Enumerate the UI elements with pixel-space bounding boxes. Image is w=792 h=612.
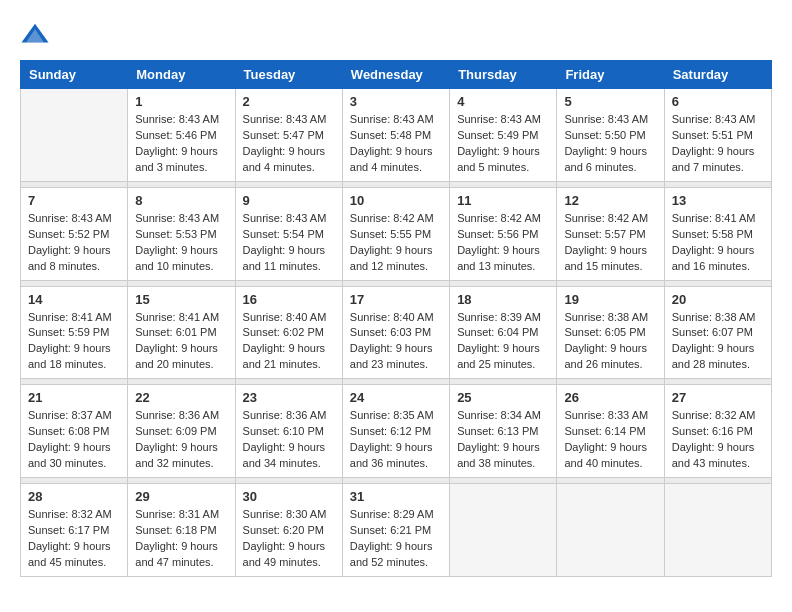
day-number: 7 [28,193,120,208]
calendar-cell: 13Sunrise: 8:41 AMSunset: 5:58 PMDayligh… [664,187,771,280]
day-number: 5 [564,94,656,109]
calendar-cell: 18Sunrise: 8:39 AMSunset: 6:04 PMDayligh… [450,286,557,379]
day-info: Sunrise: 8:41 AMSunset: 5:59 PMDaylight:… [28,310,120,374]
day-number: 26 [564,390,656,405]
day-number: 13 [672,193,764,208]
day-number: 2 [243,94,335,109]
day-info: Sunrise: 8:43 AMSunset: 5:49 PMDaylight:… [457,112,549,176]
day-info: Sunrise: 8:36 AMSunset: 6:09 PMDaylight:… [135,408,227,472]
calendar-cell: 2Sunrise: 8:43 AMSunset: 5:47 PMDaylight… [235,89,342,182]
day-info: Sunrise: 8:39 AMSunset: 6:04 PMDaylight:… [457,310,549,374]
day-number: 18 [457,292,549,307]
day-info: Sunrise: 8:43 AMSunset: 5:54 PMDaylight:… [243,211,335,275]
day-info: Sunrise: 8:33 AMSunset: 6:14 PMDaylight:… [564,408,656,472]
day-number: 9 [243,193,335,208]
calendar-cell: 5Sunrise: 8:43 AMSunset: 5:50 PMDaylight… [557,89,664,182]
weekday-header: Wednesday [342,61,449,89]
calendar-cell: 25Sunrise: 8:34 AMSunset: 6:13 PMDayligh… [450,385,557,478]
day-number: 30 [243,489,335,504]
day-number: 31 [350,489,442,504]
day-number: 21 [28,390,120,405]
calendar-week-row: 7Sunrise: 8:43 AMSunset: 5:52 PMDaylight… [21,187,772,280]
calendar-cell: 24Sunrise: 8:35 AMSunset: 6:12 PMDayligh… [342,385,449,478]
calendar-cell: 8Sunrise: 8:43 AMSunset: 5:53 PMDaylight… [128,187,235,280]
logo-icon [20,20,50,50]
calendar-cell: 12Sunrise: 8:42 AMSunset: 5:57 PMDayligh… [557,187,664,280]
calendar-cell: 20Sunrise: 8:38 AMSunset: 6:07 PMDayligh… [664,286,771,379]
calendar-cell [450,484,557,577]
day-info: Sunrise: 8:40 AMSunset: 6:02 PMDaylight:… [243,310,335,374]
day-number: 27 [672,390,764,405]
day-info: Sunrise: 8:38 AMSunset: 6:07 PMDaylight:… [672,310,764,374]
calendar-cell: 26Sunrise: 8:33 AMSunset: 6:14 PMDayligh… [557,385,664,478]
day-info: Sunrise: 8:32 AMSunset: 6:17 PMDaylight:… [28,507,120,571]
calendar-cell [664,484,771,577]
calendar-cell [557,484,664,577]
calendar: SundayMondayTuesdayWednesdayThursdayFrid… [20,60,772,577]
weekday-header: Sunday [21,61,128,89]
calendar-week-row: 1Sunrise: 8:43 AMSunset: 5:46 PMDaylight… [21,89,772,182]
day-number: 15 [135,292,227,307]
calendar-cell: 3Sunrise: 8:43 AMSunset: 5:48 PMDaylight… [342,89,449,182]
calendar-cell: 19Sunrise: 8:38 AMSunset: 6:05 PMDayligh… [557,286,664,379]
day-info: Sunrise: 8:32 AMSunset: 6:16 PMDaylight:… [672,408,764,472]
day-number: 28 [28,489,120,504]
day-info: Sunrise: 8:34 AMSunset: 6:13 PMDaylight:… [457,408,549,472]
calendar-week-row: 14Sunrise: 8:41 AMSunset: 5:59 PMDayligh… [21,286,772,379]
calendar-cell: 7Sunrise: 8:43 AMSunset: 5:52 PMDaylight… [21,187,128,280]
day-number: 19 [564,292,656,307]
calendar-cell: 23Sunrise: 8:36 AMSunset: 6:10 PMDayligh… [235,385,342,478]
calendar-header-row: SundayMondayTuesdayWednesdayThursdayFrid… [21,61,772,89]
calendar-cell: 17Sunrise: 8:40 AMSunset: 6:03 PMDayligh… [342,286,449,379]
day-info: Sunrise: 8:40 AMSunset: 6:03 PMDaylight:… [350,310,442,374]
day-info: Sunrise: 8:43 AMSunset: 5:48 PMDaylight:… [350,112,442,176]
page-header [20,20,772,50]
day-number: 4 [457,94,549,109]
day-number: 22 [135,390,227,405]
day-info: Sunrise: 8:43 AMSunset: 5:50 PMDaylight:… [564,112,656,176]
day-number: 25 [457,390,549,405]
calendar-cell: 28Sunrise: 8:32 AMSunset: 6:17 PMDayligh… [21,484,128,577]
day-number: 29 [135,489,227,504]
calendar-cell: 27Sunrise: 8:32 AMSunset: 6:16 PMDayligh… [664,385,771,478]
calendar-cell: 31Sunrise: 8:29 AMSunset: 6:21 PMDayligh… [342,484,449,577]
calendar-cell: 10Sunrise: 8:42 AMSunset: 5:55 PMDayligh… [342,187,449,280]
calendar-cell: 22Sunrise: 8:36 AMSunset: 6:09 PMDayligh… [128,385,235,478]
calendar-week-row: 28Sunrise: 8:32 AMSunset: 6:17 PMDayligh… [21,484,772,577]
day-number: 3 [350,94,442,109]
logo [20,20,54,50]
calendar-cell [21,89,128,182]
day-number: 6 [672,94,764,109]
day-number: 14 [28,292,120,307]
calendar-cell: 11Sunrise: 8:42 AMSunset: 5:56 PMDayligh… [450,187,557,280]
day-number: 10 [350,193,442,208]
day-number: 12 [564,193,656,208]
calendar-cell: 21Sunrise: 8:37 AMSunset: 6:08 PMDayligh… [21,385,128,478]
day-info: Sunrise: 8:43 AMSunset: 5:53 PMDaylight:… [135,211,227,275]
weekday-header: Monday [128,61,235,89]
weekday-header: Thursday [450,61,557,89]
day-info: Sunrise: 8:42 AMSunset: 5:57 PMDaylight:… [564,211,656,275]
day-info: Sunrise: 8:41 AMSunset: 5:58 PMDaylight:… [672,211,764,275]
day-number: 24 [350,390,442,405]
day-info: Sunrise: 8:37 AMSunset: 6:08 PMDaylight:… [28,408,120,472]
calendar-cell: 14Sunrise: 8:41 AMSunset: 5:59 PMDayligh… [21,286,128,379]
calendar-cell: 29Sunrise: 8:31 AMSunset: 6:18 PMDayligh… [128,484,235,577]
calendar-cell: 16Sunrise: 8:40 AMSunset: 6:02 PMDayligh… [235,286,342,379]
day-number: 17 [350,292,442,307]
calendar-week-row: 21Sunrise: 8:37 AMSunset: 6:08 PMDayligh… [21,385,772,478]
day-info: Sunrise: 8:29 AMSunset: 6:21 PMDaylight:… [350,507,442,571]
day-info: Sunrise: 8:35 AMSunset: 6:12 PMDaylight:… [350,408,442,472]
calendar-cell: 30Sunrise: 8:30 AMSunset: 6:20 PMDayligh… [235,484,342,577]
day-info: Sunrise: 8:42 AMSunset: 5:56 PMDaylight:… [457,211,549,275]
day-number: 23 [243,390,335,405]
day-info: Sunrise: 8:42 AMSunset: 5:55 PMDaylight:… [350,211,442,275]
weekday-header: Friday [557,61,664,89]
calendar-cell: 4Sunrise: 8:43 AMSunset: 5:49 PMDaylight… [450,89,557,182]
calendar-cell: 15Sunrise: 8:41 AMSunset: 6:01 PMDayligh… [128,286,235,379]
weekday-header: Saturday [664,61,771,89]
day-number: 1 [135,94,227,109]
calendar-cell: 1Sunrise: 8:43 AMSunset: 5:46 PMDaylight… [128,89,235,182]
day-number: 16 [243,292,335,307]
day-info: Sunrise: 8:43 AMSunset: 5:52 PMDaylight:… [28,211,120,275]
